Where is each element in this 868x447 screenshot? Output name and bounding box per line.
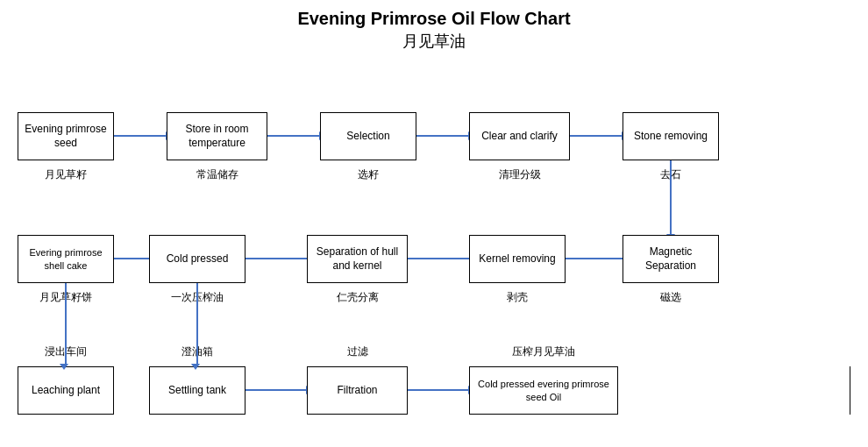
label-evening-seed: 月见草籽 xyxy=(18,167,114,182)
label-store-room: 常温储存 xyxy=(167,167,267,182)
box-clear-clarify: Clear and clarify xyxy=(469,112,570,160)
label-kernel-removing: 剥壳 xyxy=(469,290,566,305)
sub-title: 月见草油 xyxy=(0,31,868,52)
box-sep-hull-kernel: Separation of hull and kernel xyxy=(307,235,408,283)
label-selection: 选籽 xyxy=(320,167,416,182)
arrow-3 xyxy=(416,135,469,137)
arrow-down-stone xyxy=(670,160,672,235)
arrow-2 xyxy=(267,135,320,137)
box-magnetic-sep: Magnetic Separation xyxy=(623,235,719,283)
arrow-down-cold-settling xyxy=(196,283,198,366)
arrow-1 xyxy=(114,135,167,137)
arrow-down-cold-tip xyxy=(191,364,200,370)
right-border-line xyxy=(849,366,850,415)
box-settling-tank: Settling tank xyxy=(149,366,245,415)
label-sep-hull-kernel: 仁壳分离 xyxy=(307,290,408,305)
box-evening-shell-cake: Evering primrose shell cake xyxy=(18,235,114,283)
main-title: Evening Primrose Oil Flow Chart xyxy=(0,0,868,29)
box-leaching-plant: Leaching plant xyxy=(18,366,114,415)
box-store-room: Store in room temperature xyxy=(167,112,267,160)
box-cold-pressed: Cold pressed xyxy=(149,235,245,283)
arrow-filtration-coldoil xyxy=(408,389,469,391)
arrow-settling-filtration xyxy=(245,389,307,391)
box-filtration: Filtration xyxy=(307,366,408,415)
label-coldpressed-oil-header: 压榨月见草油 xyxy=(469,344,618,359)
arrow-down-cake-tip xyxy=(60,364,68,370)
box-evening-seed: Evening primrose seed xyxy=(18,112,114,160)
chart-area: Evening primrose seed 月见草籽 Store in room… xyxy=(0,55,868,447)
box-kernel-removing: Kernel removing xyxy=(469,235,566,283)
arrow-down-cake-leach xyxy=(65,283,67,366)
label-clear-clarify: 清理分级 xyxy=(469,167,570,182)
label-magnetic-sep: 磁选 xyxy=(623,290,719,305)
box-selection: Selection xyxy=(320,112,416,160)
box-stone-removing: Stone removing xyxy=(623,112,719,160)
label-filtration-header: 过滤 xyxy=(307,344,408,359)
box-cold-pressed-oil: Cold pressed evering primrose seed Oil xyxy=(469,366,618,415)
arrow-4 xyxy=(570,135,623,137)
